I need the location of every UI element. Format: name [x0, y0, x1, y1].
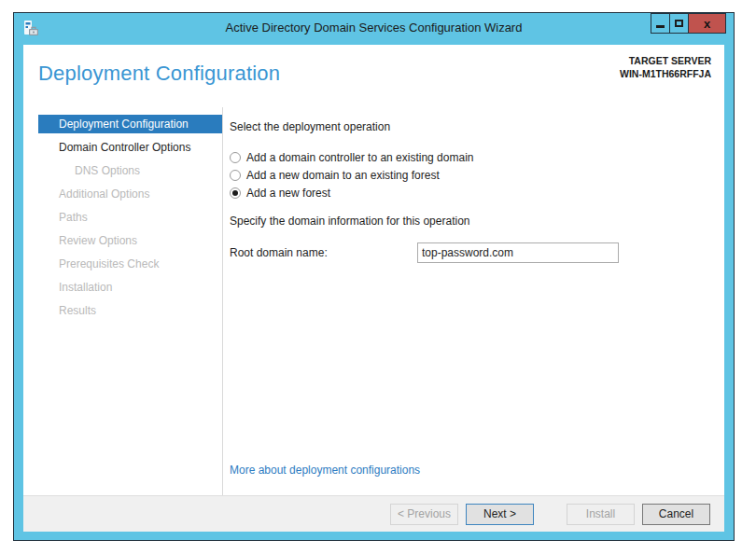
- sidebar-item-review-options: Review Options: [23, 231, 222, 250]
- target-server-label: TARGET SERVER: [620, 54, 711, 67]
- root-domain-input[interactable]: [417, 242, 619, 263]
- sidebar-item-deployment-configuration[interactable]: Deployment Configuration: [38, 115, 222, 133]
- minimize-button[interactable]: [651, 13, 670, 34]
- page-title: Deployment Configuration: [38, 62, 280, 86]
- adds-wizard-icon: [21, 20, 40, 38]
- radio-button-icon[interactable]: [230, 170, 241, 181]
- radio-label: Add a new forest: [246, 187, 330, 200]
- radio-button-icon[interactable]: [230, 152, 241, 163]
- deployment-content: Select the deployment operation Add a do…: [223, 107, 724, 495]
- wizard-footer: < Previous Next > Install Cancel: [23, 495, 724, 532]
- wizard-window: Active Directory Domain Services Configu…: [13, 12, 735, 541]
- sidebar-item-installation: Installation: [23, 278, 222, 297]
- sidebar-item-paths: Paths: [23, 208, 222, 227]
- close-icon: x: [704, 18, 710, 30]
- sidebar-item-additional-options: Additional Options: [23, 185, 222, 203]
- maximize-icon: [675, 20, 683, 27]
- radio-add-domain-controller[interactable]: Add a domain controller to an existing d…: [230, 148, 724, 166]
- window-controls: x: [651, 13, 726, 34]
- wizard-main: Deployment Configuration Domain Controll…: [23, 107, 724, 495]
- window-title: Active Directory Domain Services Configu…: [14, 13, 734, 43]
- previous-button: < Previous: [390, 504, 458, 525]
- domain-info-section-label: Specify the domain information for this …: [230, 215, 724, 228]
- radio-add-new-forest[interactable]: Add a new forest: [230, 184, 724, 201]
- wizard-body: Deployment Configuration TARGET SERVER W…: [23, 45, 724, 532]
- next-button[interactable]: Next >: [466, 504, 534, 525]
- wizard-header: Deployment Configuration TARGET SERVER W…: [23, 45, 724, 107]
- target-server: TARGET SERVER WIN-M1TH66RFFJA: [620, 54, 711, 80]
- minimize-icon: [656, 25, 665, 28]
- cancel-button[interactable]: Cancel: [642, 504, 710, 525]
- root-domain-field-row: Root domain name:: [230, 242, 724, 263]
- titlebar[interactable]: Active Directory Domain Services Configu…: [14, 13, 734, 45]
- sidebar-item-prerequisites-check: Prerequisites Check: [23, 255, 222, 273]
- desktop: Active Directory Domain Services Configu…: [0, 0, 756, 554]
- sidebar-item-domain-controller-options[interactable]: Domain Controller Options: [23, 138, 222, 157]
- target-server-name: WIN-M1TH66RFFJA: [620, 67, 711, 80]
- maximize-button[interactable]: [669, 13, 689, 34]
- sidebar-item-dns-options: DNS Options: [23, 161, 222, 180]
- sidebar-item-results: Results: [23, 301, 222, 320]
- radio-label: Add a new domain to an existing forest: [246, 169, 440, 182]
- wizard-steps-sidebar: Deployment Configuration Domain Controll…: [23, 107, 222, 495]
- radio-add-new-domain[interactable]: Add a new domain to an existing forest: [230, 166, 724, 184]
- install-button: Install: [567, 504, 635, 525]
- deployment-operation-radios: Add a domain controller to an existing d…: [230, 148, 724, 201]
- operation-section-label: Select the deployment operation: [230, 120, 724, 133]
- root-domain-label: Root domain name:: [230, 246, 417, 259]
- close-button[interactable]: x: [688, 13, 726, 34]
- radio-button-icon-checked[interactable]: [230, 187, 241, 199]
- more-about-link[interactable]: More about deployment configurations: [230, 464, 420, 477]
- radio-label: Add a domain controller to an existing d…: [246, 151, 473, 164]
